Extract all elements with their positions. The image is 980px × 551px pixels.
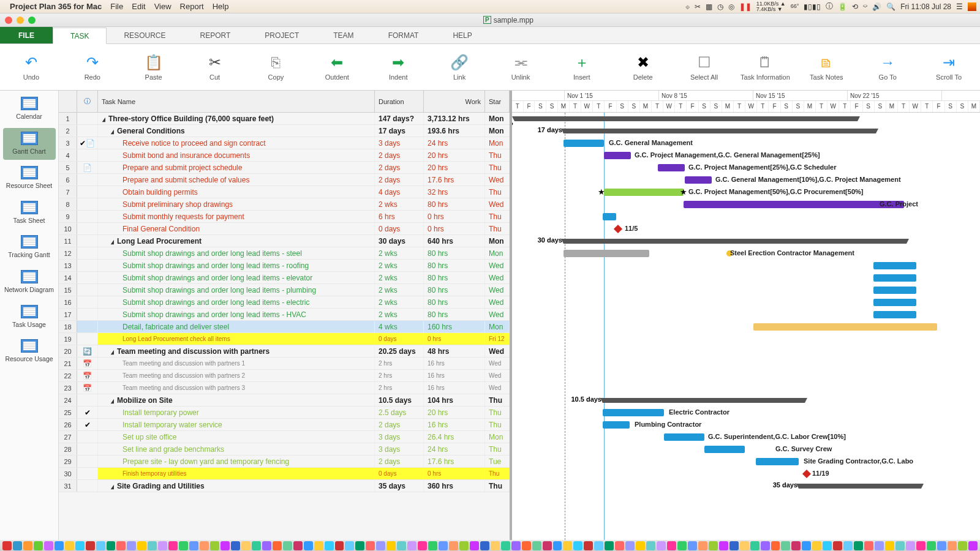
dock-app-icon[interactable] [615, 541, 624, 550]
dock-app-icon[interactable] [75, 541, 85, 550]
dock-app-icon[interactable] [594, 541, 603, 550]
dock-app-icon[interactable] [376, 541, 385, 550]
task-row[interactable]: 22📅Team meeting and discussion with part… [59, 370, 510, 382]
sync-icon[interactable]: ⟲ [852, 2, 858, 11]
insert-button[interactable]: ＋Insert [557, 54, 607, 81]
dock-app-icon[interactable] [501, 541, 510, 550]
task-row[interactable]: 1Three-story Office Building (76,000 squ… [59, 113, 510, 125]
dock-app-icon[interactable] [750, 541, 760, 550]
dock-app-icon[interactable] [875, 541, 884, 550]
task-bar[interactable] [756, 458, 799, 465]
summary-bar[interactable] [603, 398, 805, 403]
task-bar[interactable] [873, 262, 916, 269]
task-row[interactable]: 4Submit bond and insurance documents2 da… [59, 149, 510, 162]
dock-app-icon[interactable] [823, 541, 832, 550]
dock-app-icon[interactable] [522, 541, 531, 550]
view-gantt-chart[interactable]: Gantt Chart [3, 128, 56, 160]
dock-app-icon[interactable] [625, 541, 635, 550]
dock-app-icon[interactable] [854, 541, 863, 550]
task-information-button[interactable]: 🗒Task Information [741, 54, 791, 81]
dock-app-icon[interactable] [158, 541, 167, 550]
dock-app-icon[interactable] [2, 541, 12, 550]
dock-app-icon[interactable] [293, 541, 303, 550]
unlink-button[interactable]: ⫘Unlink [496, 54, 546, 81]
dock-app-icon[interactable] [781, 541, 790, 550]
dock-app-icon[interactable] [96, 541, 105, 550]
copy-button[interactable]: ⎘Copy [251, 54, 301, 81]
task-bar[interactable] [564, 140, 604, 147]
task-bar[interactable] [685, 176, 712, 184]
task-bar[interactable] [604, 152, 631, 159]
task-row[interactable]: 25✔Install temporary power2.5 days20 hrs… [59, 407, 510, 419]
notification-center-icon[interactable]: ☰ [956, 2, 963, 11]
dock-app-icon[interactable] [470, 541, 479, 550]
task-row[interactable]: 27Set up site office3 days26.4 hrsMon [59, 431, 510, 443]
app-name[interactable]: Project Plan 365 for Mac [10, 2, 102, 11]
dock-app-icon[interactable] [543, 541, 552, 550]
col-work[interactable]: Work [424, 91, 485, 112]
task-row[interactable]: 13Submit shop drawings and order long le… [59, 260, 510, 272]
dock-app-icon[interactable] [605, 541, 614, 550]
indent-button[interactable]: ➡Indent [373, 54, 423, 81]
dock-app-icon[interactable] [439, 541, 448, 550]
grid-body[interactable]: 1Three-story Office Building (76,000 squ… [59, 113, 510, 540]
dock-app-icon[interactable] [761, 541, 770, 550]
task-row[interactable]: 30Finish temporay utilities0 days0 hrsTh… [59, 468, 510, 480]
link-button[interactable]: 🔗Link [434, 54, 484, 81]
dock-app-icon[interactable] [885, 541, 894, 550]
dock-app-icon[interactable] [812, 541, 821, 550]
dock-app-icon[interactable] [355, 541, 364, 550]
info-icon[interactable]: ⓘ [826, 1, 833, 12]
dock-app-icon[interactable] [366, 541, 375, 550]
dock-app-icon[interactable] [23, 541, 32, 550]
scroll-to-button[interactable]: ⇥Scroll To [924, 54, 974, 81]
task-row[interactable]: 16Submit shop drawings and order long le… [59, 296, 510, 309]
dock-app-icon[interactable] [906, 541, 915, 550]
task-row[interactable]: 15Submit shop drawings and order long le… [59, 284, 510, 296]
dock-app-icon[interactable] [418, 541, 427, 550]
dock-app-icon[interactable] [968, 541, 978, 550]
task-bar[interactable] [564, 250, 649, 257]
milestone-icon[interactable] [802, 470, 811, 478]
menu-view[interactable]: View [154, 2, 172, 11]
dock-app-icon[interactable] [221, 541, 230, 550]
dock-app-icon[interactable] [709, 541, 718, 550]
col-indicators[interactable]: ⓘ [77, 91, 98, 112]
dock-app-icon[interactable] [948, 541, 957, 550]
grid-icon[interactable]: ▦ [706, 2, 712, 11]
dock-app-icon[interactable] [532, 541, 541, 550]
delete-button[interactable]: ✖Delete [618, 54, 668, 81]
dock-app-icon[interactable] [698, 541, 707, 550]
gantt-chart[interactable]: Nov 1 '15Nov 8 '15Nov 15 '15Nov 22 '15 T… [512, 91, 980, 540]
col-rownum[interactable] [59, 91, 77, 112]
task-bar[interactable] [873, 299, 916, 306]
ribbon-tab-report[interactable]: REPORT [183, 27, 247, 43]
cut-button[interactable]: ✂Cut [190, 54, 240, 81]
ribbon-tab-project[interactable]: PROJECT [247, 27, 316, 43]
task-row[interactable]: 28Set line and grade benchmarks3 days24 … [59, 443, 510, 455]
task-notes-button[interactable]: 🗈Task Notes [801, 54, 851, 81]
dock-app-icon[interactable] [252, 541, 261, 550]
task-row[interactable]: 18Detail, fabricate and deliver steel4 w… [59, 321, 510, 333]
summary-bar[interactable] [799, 484, 921, 489]
task-bar[interactable] [753, 323, 937, 331]
select-all-button[interactable]: ☐Select All [679, 54, 729, 81]
dock-app-icon[interactable] [480, 541, 489, 550]
task-bar[interactable] [873, 274, 916, 282]
dock-app-icon[interactable] [148, 541, 157, 550]
close-window-button[interactable] [5, 17, 12, 24]
task-row[interactable]: 10Final General Condition0 days0 hrsThu [59, 223, 510, 235]
dock-app-icon[interactable] [65, 541, 74, 550]
spotlight-icon[interactable]: 🔍 [886, 2, 895, 11]
task-bar[interactable] [664, 433, 704, 441]
dock-app-icon[interactable] [231, 541, 240, 550]
dock-app-icon[interactable] [646, 541, 655, 550]
ribbon-tab-format[interactable]: FORMAT [371, 27, 436, 43]
dock-app-icon[interactable] [937, 541, 946, 550]
task-bar[interactable] [603, 213, 616, 220]
dock-app-icon[interactable] [843, 541, 853, 550]
dock-app-icon[interactable] [677, 541, 687, 550]
dock-app-icon[interactable] [262, 541, 271, 550]
task-bar[interactable] [873, 311, 916, 318]
dock-app-icon[interactable] [189, 541, 198, 550]
